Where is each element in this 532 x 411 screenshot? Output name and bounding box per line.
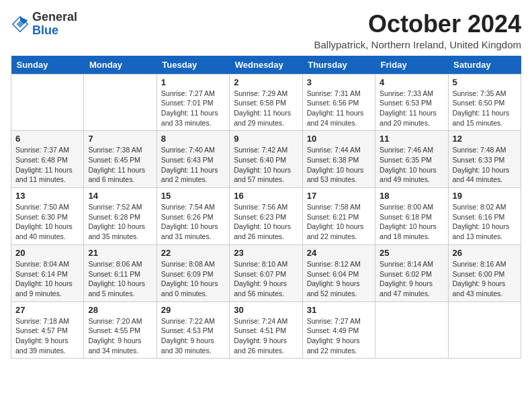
calendar-day-cell [11,74,84,131]
day-number: 9 [234,134,298,144]
day-info: Sunrise: 8:02 AM Sunset: 6:16 PM Dayligh… [453,202,517,242]
calendar-day-cell: 23Sunrise: 8:10 AM Sunset: 6:07 PM Dayli… [230,244,302,302]
day-info: Sunrise: 7:27 AM Sunset: 7:01 PM Dayligh… [161,89,225,128]
calendar-day-cell: 15Sunrise: 7:54 AM Sunset: 6:26 PM Dayli… [157,188,229,245]
calendar-day-cell: 17Sunrise: 7:58 AM Sunset: 6:21 PM Dayli… [302,188,375,245]
day-of-week-header: Friday [375,56,448,75]
day-info: Sunrise: 7:24 AM Sunset: 4:51 PM Dayligh… [234,316,298,356]
calendar-day-cell: 25Sunrise: 8:14 AM Sunset: 6:02 PM Dayli… [375,244,448,302]
day-number: 25 [380,248,443,258]
day-info: Sunrise: 8:14 AM Sunset: 6:02 PM Dayligh… [380,259,443,299]
day-number: 26 [453,248,517,258]
logo-general: General [32,10,77,24]
day-info: Sunrise: 8:12 AM Sunset: 6:04 PM Dayligh… [307,259,371,299]
day-number: 8 [161,134,225,144]
day-number: 7 [88,134,152,144]
day-info: Sunrise: 7:48 AM Sunset: 6:33 PM Dayligh… [453,145,517,185]
calendar-day-cell: 13Sunrise: 7:50 AM Sunset: 6:30 PM Dayli… [11,188,84,245]
day-number: 11 [380,134,443,144]
calendar-day-cell: 19Sunrise: 8:02 AM Sunset: 6:16 PM Dayli… [448,188,521,245]
day-number: 24 [307,248,371,258]
calendar-day-cell: 22Sunrise: 8:08 AM Sunset: 6:09 PM Dayli… [157,244,229,302]
calendar-week-row: 20Sunrise: 8:04 AM Sunset: 6:14 PM Dayli… [11,244,521,302]
day-info: Sunrise: 7:52 AM Sunset: 6:28 PM Dayligh… [88,202,152,242]
calendar-day-cell: 14Sunrise: 7:52 AM Sunset: 6:28 PM Dayli… [84,188,157,245]
day-number: 15 [161,191,225,201]
day-info: Sunrise: 8:16 AM Sunset: 6:00 PM Dayligh… [453,259,517,299]
day-number: 31 [307,305,371,315]
logo-text: General Blue [32,11,77,38]
calendar-day-cell: 24Sunrise: 8:12 AM Sunset: 6:04 PM Dayli… [302,244,375,302]
day-info: Sunrise: 7:37 AM Sunset: 6:48 PM Dayligh… [15,145,79,185]
day-number: 17 [307,191,371,201]
calendar-day-cell: 27Sunrise: 7:18 AM Sunset: 4:57 PM Dayli… [11,302,84,359]
day-info: Sunrise: 7:44 AM Sunset: 6:38 PM Dayligh… [307,145,371,185]
location: Ballypatrick, Northern Ireland, United K… [314,39,521,50]
day-info: Sunrise: 8:10 AM Sunset: 6:07 PM Dayligh… [234,259,298,299]
day-number: 1 [161,77,225,87]
day-info: Sunrise: 7:31 AM Sunset: 6:56 PM Dayligh… [307,89,371,128]
day-info: Sunrise: 7:29 AM Sunset: 6:58 PM Dayligh… [234,89,298,128]
day-info: Sunrise: 7:56 AM Sunset: 6:23 PM Dayligh… [234,202,298,242]
day-number: 20 [15,248,79,258]
day-number: 29 [161,305,225,315]
day-number: 6 [15,134,79,144]
calendar-day-cell: 31Sunrise: 7:27 AM Sunset: 4:49 PM Dayli… [302,302,375,359]
day-of-week-header: Wednesday [230,56,302,75]
day-number: 13 [15,191,79,201]
calendar-day-cell: 28Sunrise: 7:20 AM Sunset: 4:55 PM Dayli… [84,302,157,359]
title-block: October 2024 Ballypatrick, Northern Irel… [314,11,521,50]
calendar-day-cell: 5Sunrise: 7:35 AM Sunset: 6:50 PM Daylig… [448,74,521,131]
day-info: Sunrise: 7:46 AM Sunset: 6:35 PM Dayligh… [380,145,443,185]
day-number: 28 [88,305,152,315]
day-info: Sunrise: 7:54 AM Sunset: 6:26 PM Dayligh… [161,202,225,242]
day-number: 14 [88,191,152,201]
calendar-day-cell: 7Sunrise: 7:38 AM Sunset: 6:45 PM Daylig… [84,131,157,188]
calendar-day-cell: 8Sunrise: 7:40 AM Sunset: 6:43 PM Daylig… [157,131,229,188]
logo-icon [11,15,30,34]
day-number: 5 [453,77,517,87]
calendar-day-cell: 11Sunrise: 7:46 AM Sunset: 6:35 PM Dayli… [375,131,448,188]
day-number: 3 [307,77,371,87]
day-number: 18 [380,191,443,201]
calendar-day-cell: 20Sunrise: 8:04 AM Sunset: 6:14 PM Dayli… [11,244,84,302]
day-info: Sunrise: 8:04 AM Sunset: 6:14 PM Dayligh… [15,259,79,299]
day-of-week-header: Monday [84,56,157,75]
calendar-day-cell: 4Sunrise: 7:33 AM Sunset: 6:53 PM Daylig… [375,74,448,131]
calendar-day-cell: 30Sunrise: 7:24 AM Sunset: 4:51 PM Dayli… [230,302,302,359]
day-number: 30 [234,305,298,315]
calendar-day-cell [448,302,521,359]
day-info: Sunrise: 7:50 AM Sunset: 6:30 PM Dayligh… [15,202,79,242]
month-title: October 2024 [314,11,521,38]
day-info: Sunrise: 8:06 AM Sunset: 6:11 PM Dayligh… [88,259,152,299]
day-of-week-header: Saturday [448,56,521,75]
day-number: 10 [307,134,371,144]
day-info: Sunrise: 7:40 AM Sunset: 6:43 PM Dayligh… [161,145,225,185]
calendar-day-cell [84,74,157,131]
calendar-day-cell: 3Sunrise: 7:31 AM Sunset: 6:56 PM Daylig… [302,74,375,131]
calendar-day-cell: 9Sunrise: 7:42 AM Sunset: 6:40 PM Daylig… [230,131,302,188]
day-info: Sunrise: 7:38 AM Sunset: 6:45 PM Dayligh… [88,145,152,185]
page-header: General Blue October 2024 Ballypatrick, … [11,11,521,50]
calendar-day-cell: 29Sunrise: 7:22 AM Sunset: 4:53 PM Dayli… [157,302,229,359]
calendar-header-row: SundayMondayTuesdayWednesdayThursdayFrid… [11,56,521,75]
calendar-day-cell: 18Sunrise: 8:00 AM Sunset: 6:18 PM Dayli… [375,188,448,245]
calendar-table: SundayMondayTuesdayWednesdayThursdayFrid… [11,56,521,359]
day-info: Sunrise: 7:18 AM Sunset: 4:57 PM Dayligh… [15,316,79,356]
day-info: Sunrise: 8:00 AM Sunset: 6:18 PM Dayligh… [380,202,443,242]
day-number: 27 [15,305,79,315]
day-info: Sunrise: 8:08 AM Sunset: 6:09 PM Dayligh… [161,259,225,299]
day-info: Sunrise: 7:33 AM Sunset: 6:53 PM Dayligh… [380,89,443,128]
day-number: 21 [88,248,152,258]
calendar-day-cell: 2Sunrise: 7:29 AM Sunset: 6:58 PM Daylig… [230,74,302,131]
calendar-day-cell: 12Sunrise: 7:48 AM Sunset: 6:33 PM Dayli… [448,131,521,188]
logo: General Blue [11,11,77,38]
day-info: Sunrise: 7:22 AM Sunset: 4:53 PM Dayligh… [161,316,225,356]
day-info: Sunrise: 7:27 AM Sunset: 4:49 PM Dayligh… [307,316,371,356]
day-info: Sunrise: 7:58 AM Sunset: 6:21 PM Dayligh… [307,202,371,242]
day-number: 4 [380,77,443,87]
calendar-day-cell: 26Sunrise: 8:16 AM Sunset: 6:00 PM Dayli… [448,244,521,302]
day-info: Sunrise: 7:35 AM Sunset: 6:50 PM Dayligh… [453,89,517,128]
calendar-day-cell: 1Sunrise: 7:27 AM Sunset: 7:01 PM Daylig… [157,74,229,131]
calendar-week-row: 27Sunrise: 7:18 AM Sunset: 4:57 PM Dayli… [11,302,521,359]
